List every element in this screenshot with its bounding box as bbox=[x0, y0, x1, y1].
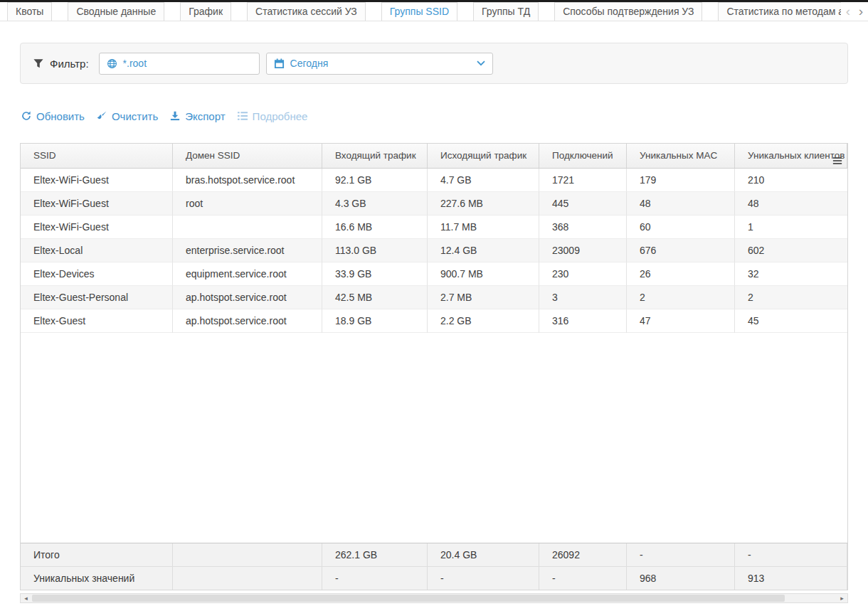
cell-connections[interactable]: 1721 bbox=[539, 169, 627, 192]
cell-inbound[interactable]: 16.6 MB bbox=[322, 216, 428, 239]
cell-unique-clients[interactable]: 602 bbox=[735, 239, 847, 262]
cell-outbound[interactable]: 4.7 GB bbox=[428, 169, 539, 192]
cell-unique-mac[interactable]: 676 bbox=[627, 239, 735, 262]
cell-ssid[interactable]: Eltex-WiFi-Guest bbox=[21, 192, 173, 216]
cell-ssid[interactable]: Eltex-WiFi-Guest bbox=[21, 169, 173, 192]
filter-pattern-input[interactable]: *.root bbox=[99, 53, 260, 75]
cell-ssid[interactable]: Eltex-Local bbox=[21, 239, 173, 262]
summary-label: Уникальных значений bbox=[21, 567, 173, 590]
horizontal-scrollbar[interactable]: ◂ ▸ bbox=[20, 593, 848, 603]
chevron-down-icon[interactable] bbox=[477, 60, 485, 66]
cell-connections[interactable]: 445 bbox=[539, 192, 627, 216]
cell-outbound[interactable]: 2.7 MB bbox=[428, 286, 539, 309]
tab-scroll-right-icon[interactable]: › bbox=[855, 4, 867, 19]
tab-ssid-groups[interactable]: Группы SSID bbox=[381, 2, 457, 21]
summary-unique-clients: 913 bbox=[735, 567, 847, 590]
table-header-row: SSID Домен SSID Входящий трафик Исходящи… bbox=[21, 144, 847, 169]
cell-unique-mac[interactable]: 48 bbox=[627, 192, 735, 216]
summary-label: Итого bbox=[21, 543, 173, 566]
scrollbar-thumb[interactable] bbox=[32, 595, 785, 602]
tab-confirmation-methods[interactable]: Способы подтверждения УЗ bbox=[554, 2, 702, 21]
summary-inbound: - bbox=[322, 567, 428, 590]
details-button[interactable]: Подробнее bbox=[238, 110, 308, 122]
column-header-inbound-traffic[interactable]: Входящий трафик bbox=[322, 144, 428, 168]
cell-inbound[interactable]: 92.1 GB bbox=[322, 169, 428, 192]
cell-connections[interactable]: 368 bbox=[539, 216, 627, 239]
refresh-button[interactable]: Обновить bbox=[21, 110, 85, 122]
table-row[interactable]: Eltex-WiFi-Guest bras.hotspot.service.ro… bbox=[21, 169, 847, 192]
column-header-outbound-traffic[interactable]: Исходящий трафик bbox=[428, 144, 539, 168]
cell-unique-mac[interactable]: 26 bbox=[627, 262, 735, 286]
cell-ssid[interactable]: Eltex-Guest-Personal bbox=[21, 286, 173, 309]
cell-ssid[interactable]: Eltex-Guest bbox=[21, 309, 173, 333]
tab-chart[interactable]: График bbox=[180, 2, 231, 21]
tab-ap-groups[interactable]: Группы ТД bbox=[473, 2, 539, 21]
cell-connections[interactable]: 3 bbox=[539, 286, 627, 309]
cell-domain[interactable]: root bbox=[173, 192, 322, 216]
cell-outbound[interactable]: 900.7 MB bbox=[428, 262, 539, 286]
cell-unique-clients[interactable]: 32 bbox=[735, 262, 847, 286]
cell-domain[interactable]: ap.hotspot.service.root bbox=[173, 309, 322, 333]
globe-icon bbox=[107, 58, 117, 69]
cell-unique-clients[interactable]: 48 bbox=[735, 192, 847, 216]
table-row[interactable]: Eltex-Guest ap.hotspot.service.root 18.9… bbox=[21, 309, 847, 333]
column-header-unique-mac[interactable]: Уникальных MAC bbox=[627, 144, 735, 168]
export-label: Экспорт bbox=[185, 110, 225, 122]
tab-quotas[interactable]: Квоты bbox=[7, 2, 52, 21]
cell-unique-clients[interactable]: 1 bbox=[735, 216, 847, 239]
column-header-connections[interactable]: Подключений bbox=[539, 144, 627, 168]
cell-outbound[interactable]: 227.6 MB bbox=[428, 192, 539, 216]
cell-connections[interactable]: 230 bbox=[539, 262, 627, 286]
table-row[interactable]: Eltex-WiFi-Guest root 4.3 GB 227.6 MB 44… bbox=[21, 192, 847, 216]
cell-unique-mac[interactable]: 47 bbox=[627, 309, 735, 333]
filter-funnel-icon bbox=[33, 58, 43, 68]
cell-outbound[interactable]: 2.2 GB bbox=[428, 309, 539, 333]
ssid-groups-table: SSID Домен SSID Входящий трафик Исходящи… bbox=[20, 143, 848, 590]
tab-summary-data[interactable]: Сводные данные bbox=[68, 2, 164, 21]
cell-inbound[interactable]: 33.9 GB bbox=[322, 262, 428, 286]
cell-domain[interactable]: bras.hotspot.service.root bbox=[173, 169, 322, 192]
cell-connections[interactable]: 23009 bbox=[539, 239, 627, 262]
cell-outbound[interactable]: 12.4 GB bbox=[428, 239, 539, 262]
tab-auth-methods[interactable]: Статистика по методам а bbox=[718, 2, 852, 21]
cell-domain[interactable]: equipment.service.root bbox=[173, 262, 322, 286]
table-row[interactable]: Eltex-Devices equipment.service.root 33.… bbox=[21, 262, 847, 286]
column-header-unique-clients[interactable]: Уникальных клиентов bbox=[735, 144, 847, 168]
cell-domain[interactable] bbox=[173, 216, 322, 239]
cell-unique-clients[interactable]: 210 bbox=[735, 169, 847, 192]
clear-button[interactable]: Очистить bbox=[97, 110, 158, 122]
table-row[interactable]: Eltex-Local enterprise.service.root 113.… bbox=[21, 239, 847, 262]
cell-ssid[interactable]: Eltex-WiFi-Guest bbox=[21, 216, 173, 239]
cell-connections[interactable]: 316 bbox=[539, 309, 627, 333]
scroll-right-arrow-icon[interactable]: ▸ bbox=[837, 594, 847, 602]
table-row[interactable]: Eltex-Guest-Personal ap.hotspot.service.… bbox=[21, 286, 847, 309]
cell-outbound[interactable]: 11.7 MB bbox=[428, 216, 539, 239]
grid-toolbar: Обновить Очистить Экспорт Подробнее bbox=[21, 108, 848, 124]
filter-pattern-value: *.root bbox=[123, 58, 147, 69]
cell-inbound[interactable]: 42.5 MB bbox=[322, 286, 428, 309]
cell-unique-mac[interactable]: 179 bbox=[627, 169, 735, 192]
cell-inbound[interactable]: 4.3 GB bbox=[322, 192, 428, 216]
column-menu-icon[interactable] bbox=[832, 151, 842, 168]
cell-unique-clients[interactable]: 45 bbox=[735, 309, 847, 333]
scroll-left-arrow-icon[interactable]: ◂ bbox=[21, 594, 31, 602]
table-empty-area bbox=[21, 333, 847, 543]
cell-ssid[interactable]: Eltex-Devices bbox=[21, 262, 173, 286]
cell-unique-mac[interactable]: 2 bbox=[627, 286, 735, 309]
column-header-ssid-domain[interactable]: Домен SSID bbox=[173, 144, 322, 168]
cell-domain[interactable]: ap.hotspot.service.root bbox=[173, 286, 322, 309]
tab-scroll-left-icon[interactable]: ‹ bbox=[842, 4, 854, 19]
table-row[interactable]: Eltex-WiFi-Guest 16.6 MB 11.7 MB 368 60 … bbox=[21, 216, 847, 239]
cell-unique-mac[interactable]: 60 bbox=[627, 216, 735, 239]
export-button[interactable]: Экспорт bbox=[170, 110, 225, 122]
cell-inbound[interactable]: 18.9 GB bbox=[322, 309, 428, 333]
filter-panel: Фильтр: *.root Сегодня bbox=[20, 43, 848, 84]
cell-unique-clients[interactable]: 2 bbox=[735, 286, 847, 309]
column-header-ssid[interactable]: SSID bbox=[21, 144, 173, 168]
cell-domain[interactable]: enterprise.service.root bbox=[173, 239, 322, 262]
cell-inbound[interactable]: 113.0 GB bbox=[322, 239, 428, 262]
summary-unique-mac: - bbox=[627, 543, 735, 566]
period-select[interactable]: Сегодня bbox=[266, 53, 493, 75]
tab-account-sessions[interactable]: Статистика сессий УЗ bbox=[247, 2, 366, 21]
summary-domain bbox=[173, 543, 322, 566]
